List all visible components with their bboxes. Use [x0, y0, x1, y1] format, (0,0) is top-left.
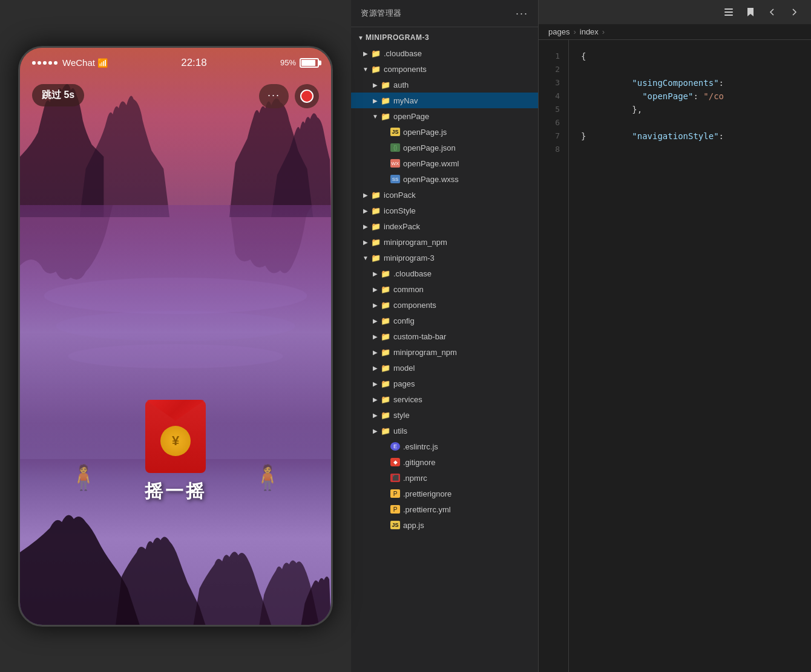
phone-status-bar: WeChat 📶 22:18 95% [20, 48, 331, 78]
folder-icon-services: 📁 [380, 394, 391, 404]
battery-bar [300, 58, 319, 68]
svg-rect-6 [724, 11, 733, 13]
tree-item-config[interactable]: 📁 config [351, 313, 538, 328]
tree-item-openPageJs[interactable]: JS openPage.js [351, 124, 538, 140]
folder-icon-model: 📁 [380, 363, 391, 373]
tree-item-model[interactable]: 📁 model [351, 360, 538, 376]
explorer-menu-button[interactable]: ··· [516, 7, 528, 20]
arrow-config [370, 316, 380, 325]
tree-item-auth[interactable]: 📁 auth [351, 77, 538, 93]
root-label: MINIPROGRAM-3 [366, 33, 533, 42]
signal-dot-2 [38, 61, 41, 65]
label-config: config [393, 316, 533, 325]
tree-item-openPage[interactable]: 📁 openPage [351, 108, 538, 124]
shake-area: ¥ 摇一摇 [145, 400, 206, 504]
label-iconStyle: iconStyle [384, 206, 533, 215]
tree-item-miniprogram3[interactable]: 📁 miniprogram-3 [351, 250, 538, 266]
explorer-header: 资源管理器 ··· [351, 0, 538, 27]
arrow-iconPack [361, 190, 370, 200]
line-num-1: 1 [539, 50, 568, 63]
tree-item-pages[interactable]: 📁 pages [351, 376, 538, 391]
tree-item-common[interactable]: 📁 common [351, 281, 538, 297]
tree-item-components1[interactable]: 📁 components [351, 61, 538, 77]
label-auth: auth [393, 80, 533, 90]
red-envelope: ¥ [145, 400, 206, 473]
arrow-iconStyle [361, 206, 370, 215]
toolbar-forward-icon[interactable] [787, 5, 801, 19]
code-line-1: { [581, 50, 799, 63]
icon-openPageWxml: WX [390, 158, 401, 168]
label-myNav: myNav [393, 96, 533, 105]
tree-item-cloudbase1[interactable]: 📁 .cloudbase [351, 45, 538, 61]
phone-mockup: WeChat 📶 22:18 95% 跳过 5s ··· [18, 46, 333, 627]
code-content[interactable]: { "usingComponents": "openPage": "/co },… [569, 40, 811, 672]
status-left: WeChat 📶 [32, 57, 108, 68]
breadcrumb-pages[interactable]: pages [548, 27, 570, 36]
breadcrumb-index[interactable]: index [580, 27, 599, 36]
phone-screen: WeChat 📶 22:18 95% 跳过 5s ··· [20, 48, 331, 625]
signal-dot-1 [32, 61, 36, 65]
label-cloudbase2: .cloudbase [393, 269, 533, 278]
tree-item-prettierignore[interactable]: P .prettierignore [351, 486, 538, 501]
toolbar-bookmark-icon[interactable] [743, 5, 758, 19]
arrow-common [370, 284, 380, 294]
tree-item-indexPack[interactable]: 📁 indexPack [351, 218, 538, 234]
tree-item-iconStyle[interactable]: 📁 iconStyle [351, 203, 538, 218]
tree-item-iconPack[interactable]: 📁 iconPack [351, 187, 538, 203]
arrow-utils [370, 426, 380, 435]
icon-openPageWxss: SS [390, 174, 401, 184]
folder-icon-indexPack: 📁 [370, 221, 381, 231]
svg-rect-5 [724, 8, 733, 10]
tree-item-npmrc[interactable]: ⬛ .npmrc [351, 470, 538, 486]
label-common: common [393, 285, 533, 294]
shake-text: 摇一摇 [145, 479, 206, 504]
tree-item-gitignore[interactable]: ◆ .gitignore [351, 454, 538, 470]
phone-dots-button[interactable]: ··· [259, 84, 289, 108]
arrow-components2 [370, 300, 380, 310]
folder-icon-iconPack: 📁 [370, 190, 381, 200]
arrow-services [370, 394, 380, 404]
tree-item-utils[interactable]: 📁 utils [351, 423, 538, 439]
line-num-5: 5 [539, 103, 568, 116]
tree-item-myNav[interactable]: 📁 myNav [351, 93, 538, 108]
tree-item-openPageWxss[interactable]: SS openPage.wxss [351, 171, 538, 187]
line-num-8: 8 [539, 143, 568, 156]
tree-item-customTabBar[interactable]: 📁 custom-tab-bar [351, 328, 538, 344]
tree-item-components2[interactable]: 📁 components [351, 297, 538, 313]
envelope-body: ¥ [145, 400, 206, 473]
toolbar-list-icon[interactable] [721, 5, 736, 19]
tree-item-prettierrc[interactable]: P .prettierrc.yml [351, 501, 538, 517]
code-line-2: "usingComponents": [581, 63, 799, 76]
line-num-3: 3 [539, 76, 568, 90]
code-line-8 [581, 143, 799, 156]
arrow-miniprogram3 [361, 253, 370, 263]
tree-item-cloudbase2[interactable]: 📁 .cloudbase [351, 266, 538, 281]
tree-item-miniprogram-npm2[interactable]: 📁 miniprogram_npm [351, 344, 538, 360]
label-miniprogram3: miniprogram-3 [384, 253, 533, 263]
arrow-pages [370, 379, 380, 388]
tree-item-services[interactable]: 📁 services [351, 391, 538, 407]
breadcrumb-sep2: › [602, 27, 605, 36]
svg-point-4 [68, 344, 283, 368]
toolbar-back-icon[interactable] [765, 5, 780, 19]
phone-record-button[interactable] [295, 84, 319, 108]
tree-item-openPageJson[interactable]: {} openPage.json [351, 140, 538, 155]
signal-dot-4 [48, 61, 52, 65]
arrow-miniprogram-npm1 [361, 237, 370, 247]
skip-button[interactable]: 跳过 5s [32, 84, 84, 106]
folder-icon-components2: 📁 [380, 300, 391, 310]
tree-item-miniprogram-npm1[interactable]: 📁 miniprogram_npm [351, 234, 538, 250]
tree-item-openPageWxml[interactable]: WX openPage.wxml [351, 155, 538, 171]
code-line-6: "navigationStyle": [581, 116, 799, 129]
explorer-title: 资源管理器 [361, 8, 402, 19]
folder-icon-utils: 📁 [380, 426, 391, 435]
tree-item-appjs[interactable]: JS app.js [351, 517, 538, 533]
tree-item-style[interactable]: 📁 style [351, 407, 538, 423]
folder-icon-components1: 📁 [370, 64, 381, 74]
arrow-myNav [370, 96, 380, 105]
breadcrumb-sep1: › [573, 27, 576, 36]
tree-root[interactable]: MINIPROGRAM-3 [351, 30, 538, 45]
label-components2: components [393, 301, 533, 310]
tree-item-eslintrc[interactable]: E .eslintrc.js [351, 439, 538, 454]
icon-openPageJs: JS [390, 127, 401, 137]
